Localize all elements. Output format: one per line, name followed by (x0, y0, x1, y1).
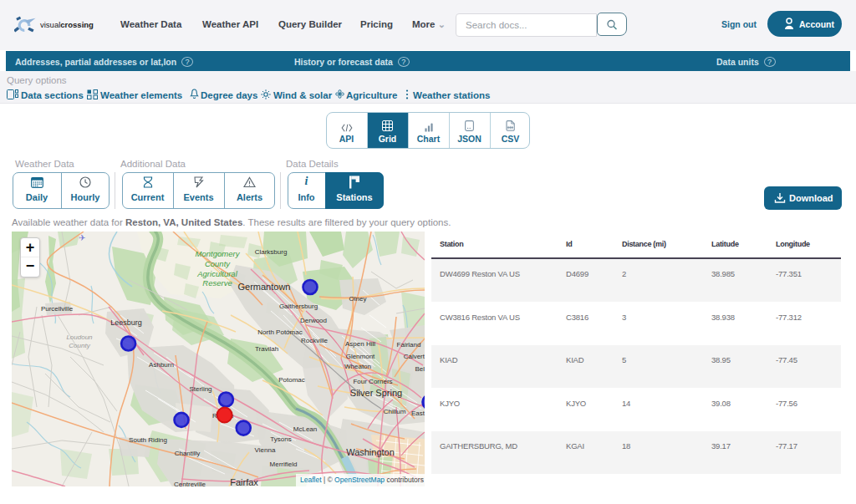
svg-text:Agricultural: Agricultural (196, 269, 237, 278)
svg-text:Reserve: Reserve (202, 278, 232, 288)
svg-text:Clarksburg: Clarksburg (255, 248, 288, 256)
svg-text:Chillum: Chillum (384, 408, 406, 415)
svg-text:South Riding: South Riding (129, 436, 167, 444)
svg-text:Gaithersburg: Gaithersburg (279, 303, 318, 310)
svg-text:Wheaton: Wheaton (344, 363, 371, 370)
svg-text:Leaflet | © OpenStreetMap cont: Leaflet | © OpenStreetMap contributors (300, 476, 424, 484)
svg-text:Loudoun: Loudoun (66, 333, 93, 341)
svg-text:Vienna: Vienna (255, 446, 276, 454)
svg-text:Merrifield: Merrifield (270, 461, 298, 468)
svg-text:Potomac: Potomac (278, 376, 305, 384)
svg-text:East: East (411, 410, 425, 417)
svg-text:Tysons: Tysons (270, 435, 291, 443)
svg-text:Sterling: Sterling (189, 385, 211, 393)
svg-text:Glenmont: Glenmont (346, 353, 375, 360)
svg-text:North Potomac: North Potomac (257, 328, 302, 336)
svg-text:Chantilly: Chantilly (175, 450, 201, 457)
svg-text:Aspen Hill: Aspen Hill (345, 340, 375, 348)
svg-text:Olney: Olney (349, 295, 367, 303)
svg-text:Centreville: Centreville (174, 481, 206, 486)
svg-text:Washington: Washington (346, 447, 395, 457)
svg-text:Derwood: Derwood (300, 317, 327, 324)
svg-text:Ashburn: Ashburn (149, 361, 174, 369)
svg-text:County: County (205, 259, 231, 268)
svg-text:County: County (69, 342, 90, 349)
svg-text:Montgomery: Montgomery (196, 249, 241, 258)
svg-text:Silver Spring: Silver Spring (350, 388, 402, 398)
svg-text:Calvert: Calvert (404, 353, 425, 360)
svg-text:Travilah: Travilah (255, 345, 278, 353)
svg-text:McLean: McLean (293, 425, 317, 433)
svg-text:Four Corners: Four Corners (353, 378, 392, 385)
svg-text:Rockville: Rockville (301, 337, 329, 344)
svg-text:Germantown: Germantown (238, 282, 291, 292)
svg-text:Fairland: Fairland (397, 341, 421, 349)
svg-text:Bel: Bel (415, 365, 425, 373)
svg-text:Fairfax: Fairfax (230, 477, 258, 486)
svg-text:✈: ✈ (79, 233, 85, 242)
svg-text:Purcellville: Purcellville (41, 305, 74, 313)
svg-text:Leesburg: Leesburg (110, 318, 142, 327)
